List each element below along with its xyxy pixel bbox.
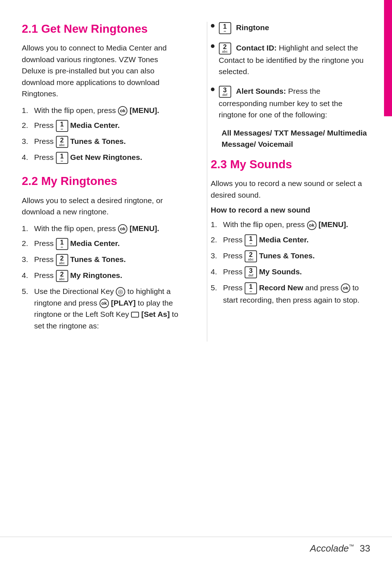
key-1-icon: 1∞ xyxy=(56,238,68,250)
key-1-icon: 1∞ xyxy=(56,152,68,164)
step-bold: Media Center. xyxy=(70,121,120,129)
bullet-dot xyxy=(211,88,215,91)
bullet-contact-id: 2abc Contact ID: Highlight and select th… xyxy=(211,42,371,77)
step-2-3-4: 4. Press 3def My Sounds. xyxy=(211,266,371,278)
section-2-3: 2.3 My Sounds Allows you to record a new… xyxy=(211,157,371,306)
step-bold: My Ringtones. xyxy=(70,271,122,279)
content-area: 2.1 Get New Ringtones Allows you to conn… xyxy=(22,22,370,342)
ok-icon: ok xyxy=(307,221,317,230)
ok-icon: ok xyxy=(99,299,109,308)
section-2-2-description: Allows you to select a desired ringtone,… xyxy=(22,195,181,218)
section-2-3-description: Allows you to record a new sound or sele… xyxy=(211,178,371,201)
key-2-icon: 2abc xyxy=(245,250,257,262)
section-2-1-title: 2.1 Get New Ringtones xyxy=(22,22,181,36)
bullet-item-alert: 3def Alert Sounds: Press the correspondi… xyxy=(211,85,371,121)
section-2-1-description: Allows you to connect to Media Center an… xyxy=(22,42,181,100)
brand-name: Accolade™ xyxy=(310,543,354,554)
bullet-dot xyxy=(211,24,215,28)
key-2-icon: 2abc xyxy=(56,136,68,148)
step-bold: [PLAY] xyxy=(111,299,136,307)
ok-icon: ok xyxy=(341,283,350,293)
ok-icon: ok xyxy=(118,106,127,116)
key-2-icon: 2abc xyxy=(56,254,68,266)
step-2-1-3: 3. Press 2abc Tunes & Tones. xyxy=(22,136,181,148)
page-container: 2.1 Get New Ringtones Allows you to conn… xyxy=(0,0,392,565)
directional-icon: ◎ xyxy=(116,287,125,296)
bullet-ringtone: 1∞ Ringtone xyxy=(211,22,371,34)
step-2-2-2: 2. Press 1∞ Media Center. xyxy=(22,238,181,250)
alert-sounds-list: All Messages/ TXT Message/ Multimedia Me… xyxy=(211,127,371,150)
bullet-item-ringtone: 1∞ Ringtone xyxy=(211,22,371,34)
left-column: 2.1 Get New Ringtones Allows you to conn… xyxy=(22,22,189,342)
step-bold: [MENU]. xyxy=(130,106,159,114)
page-number: 33 xyxy=(360,543,370,554)
soft-key-icon xyxy=(131,312,139,318)
key-2-icon: 2abc xyxy=(219,43,231,55)
contact-id-label: Contact ID: xyxy=(236,44,277,52)
bullet-alert-sounds: 3def Alert Sounds: Press the correspondi… xyxy=(211,85,371,121)
bullet-dot xyxy=(211,44,215,48)
how-to-label: How to record a new sound xyxy=(211,206,371,214)
step-2-3-1: 1. With the flip open, press ok [MENU]. xyxy=(211,219,371,230)
key-1-icon: 1∞ xyxy=(219,22,231,34)
step-bold: Media Center. xyxy=(259,235,309,244)
key-1-icon: 1∞ xyxy=(245,234,257,246)
ringtone-label: Ringtone xyxy=(236,23,269,32)
step-bold: Media Center. xyxy=(70,239,120,247)
step-2-2-3: 3. Press 2abc Tunes & Tones. xyxy=(22,254,181,266)
step-2-1-2: 2. Press 1∞ Media Center. xyxy=(22,120,181,132)
step-2-1-4: 4. Press 1∞ Get New Ringtones. xyxy=(22,152,181,164)
step-bold: Record New xyxy=(259,283,303,292)
step-2-3-2: 2. Press 1∞ Media Center. xyxy=(211,234,371,246)
key-2-icon: 2abc xyxy=(56,270,68,282)
footer: Accolade™ 33 xyxy=(0,537,392,554)
section-2-3-title: 2.3 My Sounds xyxy=(211,157,371,171)
alert-sounds-label: Alert Sounds: xyxy=(236,87,286,95)
step-bold: Tunes & Tones. xyxy=(259,251,315,260)
ok-icon: ok xyxy=(118,224,127,234)
step-bold: My Sounds. xyxy=(259,267,302,276)
step-2-2-1: 1. With the flip open, press ok [MENU]. xyxy=(22,223,181,234)
section-2-2: 2.2 My Ringtones Allows you to select a … xyxy=(22,174,181,331)
step-bold: Get New Ringtones. xyxy=(70,153,142,161)
bullet-item-contact: 2abc Contact ID: Highlight and select th… xyxy=(211,42,371,77)
step-bold: Tunes & Tones. xyxy=(70,137,126,145)
key-1-icon: 1∞ xyxy=(245,282,257,294)
step-2-3-3: 3. Press 2abc Tunes & Tones. xyxy=(211,250,371,262)
step-bold: [MENU]. xyxy=(318,220,348,229)
key-3-icon: 3def xyxy=(219,86,231,98)
step-2-2-4: 4. Press 2abc My Ringtones. xyxy=(22,270,181,282)
section-2-1: 2.1 Get New Ringtones Allows you to conn… xyxy=(22,22,181,164)
accent-bar xyxy=(384,0,392,116)
step-bold: [MENU]. xyxy=(130,224,159,233)
step-bold: [Set As] xyxy=(141,310,170,318)
key-1-icon: 1∞ xyxy=(56,120,68,132)
step-2-3-5: 5. Press 1∞ Record New and press ok to s… xyxy=(211,282,371,306)
right-column: 1∞ Ringtone 2abc Contact ID: Highlight a… xyxy=(207,22,371,342)
step-2-1-1: 1. With the flip open, press ok [MENU]. xyxy=(22,105,181,116)
section-2-2-title: 2.2 My Ringtones xyxy=(22,174,181,188)
key-3-icon: 3def xyxy=(245,266,257,278)
step-bold: Tunes & Tones. xyxy=(70,255,126,263)
step-2-2-5: 5. Use the Directional Key ◎ to highligh… xyxy=(22,286,181,331)
